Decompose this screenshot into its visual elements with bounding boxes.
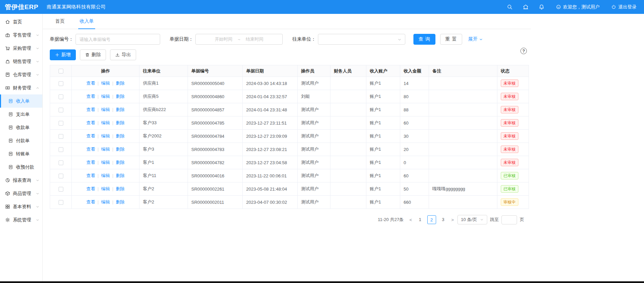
export-button[interactable]: 导出: [110, 49, 136, 60]
expand-link[interactable]: 展开: [468, 36, 483, 42]
page-2-button[interactable]: 2: [427, 215, 436, 224]
sidebar-item-9[interactable]: 付款单: [0, 134, 42, 147]
row-checkbox[interactable]: [59, 108, 63, 112]
sidebar-item-0[interactable]: 首页: [0, 15, 42, 28]
purchase-icon: [5, 46, 10, 51]
row-checkbox[interactable]: [59, 121, 63, 126]
row-checkbox[interactable]: [59, 94, 63, 99]
edit-link[interactable]: 编辑: [101, 186, 110, 191]
row-checkbox[interactable]: [59, 81, 63, 86]
delete-link[interactable]: 删除: [116, 147, 125, 152]
next-page-button[interactable]: >: [450, 217, 455, 222]
view-link[interactable]: 查看: [86, 120, 95, 125]
cell-amount: 30: [400, 130, 429, 143]
delete-link[interactable]: 删除: [116, 173, 125, 178]
sidebar-item-10[interactable]: 转账单: [0, 147, 42, 160]
row-checkbox[interactable]: [59, 134, 63, 139]
jump-label: 跳至: [490, 217, 499, 223]
welcome-user[interactable]: 欢迎您，测试用户: [556, 4, 600, 10]
page-suffix: 页: [520, 217, 524, 223]
row-checkbox[interactable]: [59, 160, 63, 165]
page-size-select[interactable]: 10 条/页: [457, 215, 487, 224]
divider: |: [112, 199, 113, 204]
row-checkbox[interactable]: [59, 187, 63, 192]
tab-income-bill[interactable]: 收入单: [80, 14, 94, 29]
bell-icon[interactable]: [539, 4, 544, 10]
view-link[interactable]: 查看: [86, 81, 95, 86]
delete-link[interactable]: 删除: [116, 120, 125, 125]
sidebar-item-4[interactable]: 仓库管理: [0, 68, 42, 81]
partner-select[interactable]: [318, 34, 405, 45]
cell-date: 2023-12-27 23:09:09: [243, 130, 298, 143]
search-button[interactable]: 查 询: [413, 34, 435, 45]
sidebar-item-12[interactable]: 报表查询: [0, 174, 42, 187]
page-3-button[interactable]: 3: [439, 215, 448, 224]
home-icon[interactable]: [523, 4, 529, 10]
sidebar-item-1[interactable]: 零售管理: [0, 28, 42, 42]
reset-button[interactable]: 重 置: [440, 34, 462, 45]
date-range-picker[interactable]: 开始时间 ~ 结束时间: [195, 34, 283, 45]
edit-link[interactable]: 编辑: [101, 94, 110, 99]
date-end-placeholder: 结束时间: [246, 36, 263, 42]
delete-link[interactable]: 删除: [116, 107, 125, 112]
divider: |: [112, 120, 113, 125]
row-checkbox[interactable]: [59, 147, 63, 152]
delete-link[interactable]: 删除: [116, 94, 125, 99]
sidebar-item-3[interactable]: 销售管理: [0, 55, 42, 68]
delete-link[interactable]: 删除: [116, 81, 125, 86]
view-link[interactable]: 查看: [86, 94, 95, 99]
help-icon[interactable]: ?: [520, 48, 527, 54]
sales-icon: [5, 59, 10, 64]
view-link[interactable]: 查看: [86, 147, 95, 152]
view-link[interactable]: 查看: [86, 173, 95, 178]
sidebar-item-14[interactable]: 基本资料: [0, 200, 42, 213]
delete-link[interactable]: 删除: [116, 186, 125, 191]
sidebar-item-2[interactable]: 采购管理: [0, 42, 42, 55]
edit-link[interactable]: 编辑: [101, 160, 110, 165]
filter-bar: 单据编号： 单据日期： 开始时间 ~ 结束时间 往来单位： 查 询 重 置 展开: [50, 34, 524, 45]
edit-link[interactable]: 编辑: [101, 107, 110, 112]
view-link[interactable]: 查看: [86, 107, 95, 112]
jump-page-input[interactable]: [501, 215, 517, 224]
edit-link[interactable]: 编辑: [101, 199, 110, 204]
delete-link[interactable]: 删除: [116, 133, 125, 138]
view-link[interactable]: 查看: [86, 160, 95, 165]
column-header: 单据日期: [243, 65, 298, 77]
sidebar-item-13[interactable]: 商品管理: [0, 187, 42, 200]
row-checkbox[interactable]: [59, 174, 63, 178]
sidebar-item-label: 首页: [13, 19, 22, 25]
add-button[interactable]: 新增: [50, 49, 76, 60]
finance-icon: [5, 85, 10, 90]
logout-button[interactable]: 退出登录: [611, 4, 637, 10]
edit-link[interactable]: 编辑: [101, 81, 110, 86]
tab-home[interactable]: 首页: [55, 14, 65, 29]
cell-partner: 客户2002: [139, 130, 188, 143]
sidebar-item-6[interactable]: 收入单: [0, 94, 42, 108]
cell-account: 账户1: [366, 143, 400, 156]
select-all-checkbox[interactable]: [59, 69, 63, 73]
prev-page-button[interactable]: <: [408, 217, 413, 222]
view-link[interactable]: 查看: [86, 133, 95, 138]
row-checkbox[interactable]: [59, 200, 63, 205]
sidebar-item-7[interactable]: 支出单: [0, 108, 42, 121]
sidebar-item-11[interactable]: 收预付款: [0, 160, 42, 174]
table-row: 查看|编辑|删除客户2SR000000020112023-04-07 00:30…: [50, 196, 529, 209]
search-icon[interactable]: [507, 4, 513, 10]
page-1-button[interactable]: 1: [416, 215, 425, 224]
sidebar-item-15[interactable]: 系统管理: [0, 213, 42, 226]
edit-link[interactable]: 编辑: [101, 173, 110, 178]
bill-no-input[interactable]: [76, 34, 160, 45]
cell-partner: 客户33: [139, 116, 188, 130]
delete-button[interactable]: 删除: [80, 49, 106, 60]
edit-link[interactable]: 编辑: [101, 133, 110, 138]
view-link[interactable]: 查看: [86, 199, 95, 204]
edit-link[interactable]: 编辑: [101, 120, 110, 125]
view-link[interactable]: 查看: [86, 186, 95, 191]
sidebar-item-5[interactable]: 财务管理: [0, 81, 42, 94]
delete-link[interactable]: 删除: [116, 160, 125, 165]
sidebar-item-8[interactable]: 收款单: [0, 121, 42, 134]
delete-link[interactable]: 删除: [116, 199, 125, 204]
edit-link[interactable]: 编辑: [101, 147, 110, 152]
topbar-actions: 欢迎您，测试用户 退出登录: [497, 4, 644, 10]
doc-icon: [8, 112, 13, 117]
